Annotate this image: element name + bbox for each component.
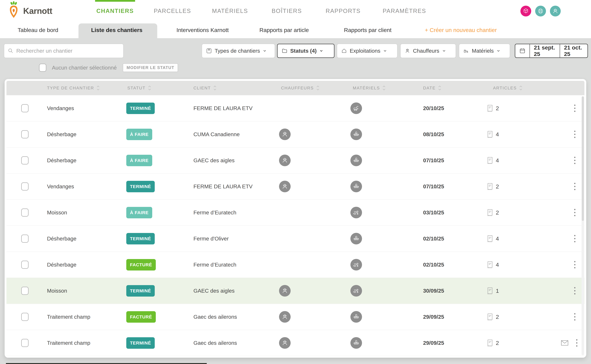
sort-icon[interactable] bbox=[382, 85, 386, 91]
date-range-picker[interactable]: 21 sept. 25 21 oct. 25 bbox=[515, 44, 588, 58]
column-header-chauffeurs[interactable]: CHAUFFEURS bbox=[275, 85, 344, 91]
sprayer-icon[interactable] bbox=[351, 155, 362, 166]
table-scrollbar[interactable] bbox=[582, 96, 584, 355]
table-row[interactable]: Traitement champ FACTURÉ Gaec des ailero… bbox=[6, 304, 585, 330]
sprayer-icon[interactable] bbox=[351, 129, 362, 140]
table-row[interactable]: Désherbage À FAIRE GAEC des aigles bbox=[6, 147, 585, 173]
table-row[interactable]: Moisson TERMINÉ GAEC des aigles bbox=[6, 278, 585, 304]
row-menu-button[interactable] bbox=[574, 104, 576, 112]
create-chantier-link[interactable]: + Créer un nouveau chantier bbox=[425, 22, 497, 38]
farmer-profile-icon[interactable] bbox=[550, 6, 561, 16]
sort-icon[interactable] bbox=[96, 85, 100, 91]
sprayer-icon[interactable] bbox=[351, 181, 362, 192]
column-header-date[interactable]: DATE bbox=[417, 85, 487, 91]
row-menu-button[interactable] bbox=[574, 287, 576, 295]
harvester-icon[interactable] bbox=[351, 285, 362, 297]
table-row[interactable]: Vendanges TERMINÉ FERME DE LAURA ETV bbox=[6, 95, 585, 121]
filter-statuts[interactable]: Statuts (4) bbox=[277, 44, 334, 58]
row-checkbox[interactable] bbox=[21, 104, 29, 112]
row-checkbox[interactable] bbox=[21, 156, 29, 164]
trailer-icon[interactable] bbox=[351, 103, 362, 114]
sort-icon[interactable] bbox=[438, 85, 442, 91]
date-range-end[interactable]: 21 oct. 25 bbox=[560, 44, 587, 58]
table-row[interactable]: Moisson À FAIRE Ferme d’Euratech bbox=[6, 199, 585, 226]
selection-label: Aucun chantier sélectionné bbox=[52, 65, 117, 71]
search-box[interactable] bbox=[4, 44, 123, 58]
row-menu-button[interactable] bbox=[574, 313, 576, 321]
scrollbar-thumb[interactable] bbox=[582, 96, 584, 221]
chantier-date: 29/09/25 bbox=[423, 340, 444, 346]
table-row[interactable]: Traitement champ TERMINÉ Gaec des ailero… bbox=[6, 330, 585, 356]
search-input[interactable] bbox=[16, 48, 120, 54]
row-menu-button[interactable] bbox=[576, 339, 578, 347]
articles-count: 4 bbox=[496, 157, 499, 164]
client-name: GAEC des aigles bbox=[194, 288, 234, 294]
sprayer-icon[interactable] bbox=[351, 311, 362, 323]
status-badge: TERMINÉ bbox=[126, 181, 155, 192]
harvester-icon[interactable] bbox=[351, 259, 362, 271]
sort-icon[interactable] bbox=[519, 85, 523, 91]
cube-icon[interactable] bbox=[520, 6, 531, 16]
column-header-materiels[interactable]: MATÉRIELS bbox=[344, 85, 417, 91]
row-checkbox[interactable] bbox=[21, 339, 29, 347]
nav-item-materiels[interactable]: MATÉRIELS bbox=[212, 0, 248, 22]
chauffeur-avatar-icon[interactable] bbox=[279, 285, 291, 297]
row-checkbox[interactable] bbox=[21, 234, 29, 243]
sort-icon[interactable] bbox=[148, 85, 152, 91]
column-header-client[interactable]: CLIENT bbox=[194, 85, 275, 91]
row-checkbox[interactable] bbox=[21, 261, 29, 269]
sort-icon[interactable] bbox=[213, 85, 217, 91]
row-menu-button[interactable] bbox=[574, 182, 576, 191]
chantier-type: Moisson bbox=[47, 209, 67, 216]
lifebuoy-icon[interactable] bbox=[535, 6, 546, 16]
row-checkbox[interactable] bbox=[21, 182, 29, 191]
row-checkbox[interactable] bbox=[21, 130, 29, 138]
filter-chauffeurs[interactable]: Chauffeurs bbox=[400, 44, 456, 58]
column-header-articles[interactable]: ARTICLES bbox=[487, 85, 561, 91]
nav-item-chantiers[interactable]: CHANTIERS bbox=[96, 0, 134, 22]
tab-liste-des-chantiers[interactable]: Liste des chantiers bbox=[91, 22, 143, 38]
row-checkbox[interactable] bbox=[21, 287, 29, 295]
column-header-type[interactable]: TYPE DE CHANTIER bbox=[43, 85, 126, 91]
filter-materiels[interactable]: Matériels bbox=[459, 44, 510, 58]
row-checkbox[interactable] bbox=[21, 208, 29, 217]
chauffeur-avatar-icon[interactable] bbox=[279, 181, 291, 192]
chevron-down-icon bbox=[263, 49, 267, 53]
row-menu-button[interactable] bbox=[574, 261, 576, 269]
row-menu-button[interactable] bbox=[574, 156, 576, 164]
filter-exploitations[interactable]: Exploitations bbox=[337, 44, 397, 58]
row-menu-button[interactable] bbox=[574, 130, 576, 138]
row-checkbox[interactable] bbox=[21, 313, 29, 321]
tab-rapports-par-article[interactable]: Rapports par article bbox=[260, 22, 309, 38]
nav-item-parcelles[interactable]: PARCELLES bbox=[154, 0, 191, 22]
mail-icon[interactable] bbox=[561, 340, 568, 346]
filter-types-de-chantiers[interactable]: Types de chantiers bbox=[202, 44, 275, 58]
table-row[interactable]: Désherbage TERMINÉ Ferme d'Oliver bbox=[6, 226, 585, 252]
table-row[interactable]: Désherbage À FAIRE CUMA Canadienne bbox=[6, 121, 585, 147]
table-row[interactable]: Désherbage FACTURÉ Ferme d’Euratech bbox=[6, 252, 585, 278]
harvester-icon[interactable] bbox=[351, 207, 362, 218]
articles-icon bbox=[487, 235, 493, 242]
karnott-logo[interactable]: Karnott bbox=[8, 1, 52, 21]
date-range-start[interactable]: 21 sept. 25 bbox=[530, 44, 560, 58]
sprayer-icon[interactable] bbox=[351, 233, 362, 244]
tab-interventions-karnott[interactable]: Interventions Karnott bbox=[176, 22, 229, 38]
sort-icon[interactable] bbox=[316, 85, 320, 91]
nav-item-parametres[interactable]: PARAMÈTRES bbox=[383, 0, 426, 22]
select-all-checkbox[interactable] bbox=[39, 64, 46, 72]
table-row[interactable]: Vendanges TERMINÉ FERME DE LAURA ETV bbox=[6, 173, 585, 199]
chauffeur-avatar-icon[interactable] bbox=[279, 311, 291, 323]
row-menu-button[interactable] bbox=[574, 208, 576, 217]
row-menu-button[interactable] bbox=[574, 234, 576, 243]
column-header-statut[interactable]: STATUT bbox=[126, 85, 194, 91]
nav-item-rapports[interactable]: RAPPORTS bbox=[326, 0, 361, 22]
tab-tableau-de-bord[interactable]: Tableau de bord bbox=[18, 22, 58, 38]
tab-rapports-par-client[interactable]: Rapports par client bbox=[344, 22, 391, 38]
chauffeur-avatar-icon[interactable] bbox=[279, 337, 291, 349]
modify-status-button[interactable]: MODIFIER LE STATUT bbox=[123, 63, 178, 72]
articles-icon bbox=[487, 261, 493, 268]
sprayer-icon[interactable] bbox=[351, 337, 362, 349]
chauffeur-avatar-icon[interactable] bbox=[279, 155, 291, 166]
chauffeur-avatar-icon[interactable] bbox=[279, 129, 291, 140]
nav-item-boitiers[interactable]: BOÎTIERS bbox=[272, 0, 302, 22]
